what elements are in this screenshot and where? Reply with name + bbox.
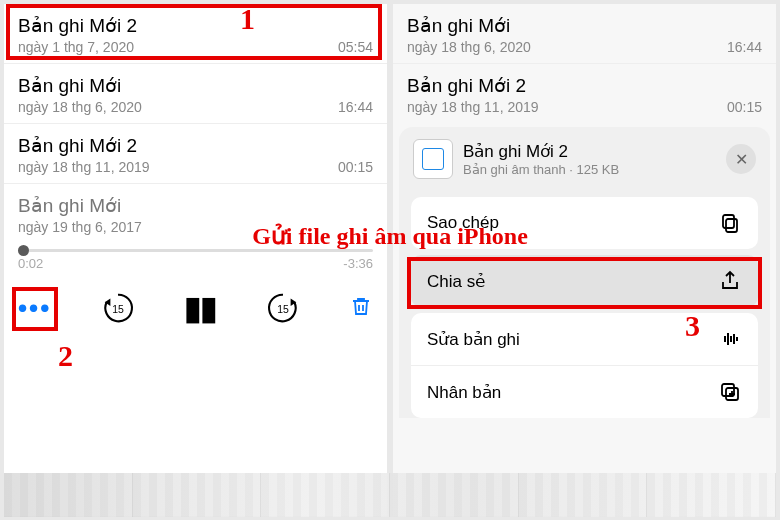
recording-item[interactable]: Bản ghi Mới ngày 18 thg 6, 2020 16:44 xyxy=(4,63,387,123)
playback-controls: ••• 15 ▮▮ 15 xyxy=(4,271,387,341)
recording-title: Bản ghi Mới 2 xyxy=(407,74,762,97)
recording-item[interactable]: Bản ghi Mới 2 ngày 18 thg 11, 2019 00:15 xyxy=(393,63,776,123)
recording-duration: 16:44 xyxy=(338,99,373,115)
remaining-time: -3:36 xyxy=(343,256,373,271)
recording-title: Bản ghi Mới xyxy=(18,194,373,217)
recording-date: ngày 18 thg 6, 2020 xyxy=(407,39,531,55)
annotation-box-1 xyxy=(6,4,382,60)
annotation-number-3: 3 xyxy=(685,309,700,343)
rewind-15-button[interactable]: 15 xyxy=(99,289,137,327)
recording-item[interactable]: Bản ghi Mới 2 ngày 18 thg 11, 2019 00:15 xyxy=(4,123,387,183)
scrubber-thumb[interactable] xyxy=(18,245,29,256)
svg-rect-2 xyxy=(726,219,737,232)
left-panel: 1 Bản ghi Mới 2 ngày 1 thg 7, 2020 05:54… xyxy=(4,4,387,516)
edit-action[interactable]: Sửa bản ghi xyxy=(411,313,758,365)
sheet-file-meta: Bản ghi âm thanh · 125 KB xyxy=(463,162,716,177)
recording-duration: 00:15 xyxy=(727,99,762,115)
annotation-box-2 xyxy=(12,287,58,331)
forward-15-button[interactable]: 15 xyxy=(264,289,302,327)
recording-item[interactable]: Bản ghi Mới ngày 18 thg 6, 2020 16:44 xyxy=(393,4,776,63)
annotation-number-1: 1 xyxy=(240,4,255,36)
sheet-file-title: Bản ghi Mới 2 xyxy=(463,141,716,162)
svg-rect-3 xyxy=(723,215,734,228)
recording-date: ngày 18 thg 11, 2019 xyxy=(407,99,539,115)
tutorial-caption: Gửi file ghi âm qua iPhone xyxy=(252,222,528,250)
recording-title: Bản ghi Mới 2 xyxy=(18,134,373,157)
elapsed-time: 0:02 xyxy=(18,256,43,271)
action-label: Nhân bản xyxy=(427,382,501,403)
file-icon xyxy=(413,139,453,179)
annotation-box-3 xyxy=(407,257,762,309)
action-label: Sửa bản ghi xyxy=(427,329,520,350)
recording-title: Bản ghi Mới xyxy=(18,74,373,97)
recording-date: ngày 18 thg 11, 2019 xyxy=(18,159,150,175)
recording-duration: 00:15 xyxy=(338,159,373,175)
recording-title: Bản ghi Mới xyxy=(407,14,762,37)
close-button[interactable]: ✕ xyxy=(726,144,756,174)
waveform-icon xyxy=(718,327,742,351)
share-sheet: Bản ghi Mới 2 Bản ghi âm thanh · 125 KB … xyxy=(399,127,770,418)
duplicate-action[interactable]: Nhân bản xyxy=(411,365,758,418)
duplicate-icon xyxy=(718,380,742,404)
thumbnail-strip xyxy=(4,473,776,517)
recording-duration: 16:44 xyxy=(727,39,762,55)
delete-button[interactable] xyxy=(349,294,373,322)
pause-button[interactable]: ▮▮ xyxy=(184,289,216,327)
svg-text:15: 15 xyxy=(112,304,124,315)
copy-icon xyxy=(718,211,742,235)
right-panel: Bản ghi Mới ngày 18 thg 6, 2020 16:44 Bả… xyxy=(393,4,776,516)
recording-date: ngày 19 thg 6, 2017 xyxy=(18,219,142,235)
svg-text:15: 15 xyxy=(277,304,289,315)
annotation-number-2: 2 xyxy=(58,339,73,373)
recording-date: ngày 18 thg 6, 2020 xyxy=(18,99,142,115)
